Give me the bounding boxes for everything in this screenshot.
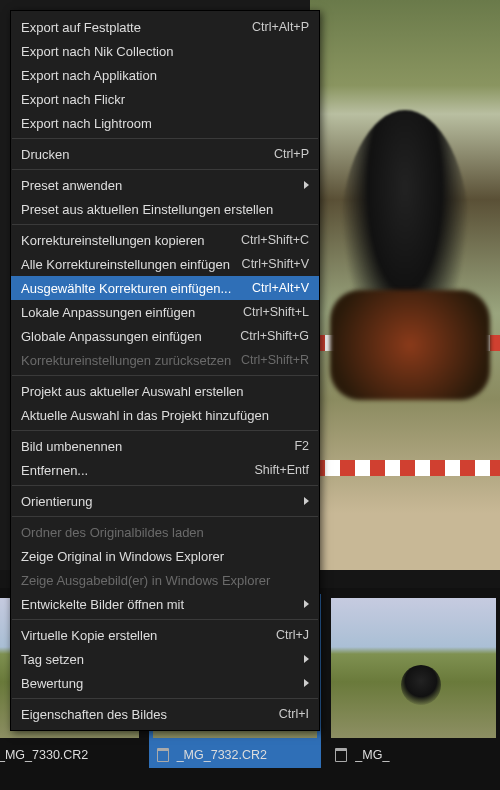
menu-separator	[12, 430, 318, 431]
menu-item[interactable]: Export auf FestplatteCtrl+Alt+P	[11, 15, 319, 39]
menu-item-label: Bewertung	[21, 676, 304, 691]
menu-item-shortcut: Ctrl+Shift+G	[240, 329, 309, 343]
menu-separator	[12, 485, 318, 486]
menu-item[interactable]: Aktuelle Auswahl in das Projekt hinzufüg…	[11, 403, 319, 427]
menu-separator	[12, 375, 318, 376]
menu-item[interactable]: Tag setzen	[11, 647, 319, 671]
menu-item[interactable]: Zeige Original in Windows Explorer	[11, 544, 319, 568]
menu-item-shortcut: F2	[294, 439, 309, 453]
menu-item[interactable]: Virtuelle Kopie erstellenCtrl+J	[11, 623, 319, 647]
chevron-right-icon	[304, 679, 309, 687]
menu-item-label: Export nach Nik Collection	[21, 44, 309, 59]
menu-item-label: Projekt aus aktueller Auswahl erstellen	[21, 384, 309, 399]
menu-item[interactable]: Globale Anpassungen einfügenCtrl+Shift+G	[11, 324, 319, 348]
menu-item-shortcut: Ctrl+Shift+C	[241, 233, 309, 247]
menu-item[interactable]: Export nach Flickr	[11, 87, 319, 111]
trash-icon[interactable]	[335, 748, 347, 762]
menu-item[interactable]: Preset anwenden	[11, 173, 319, 197]
thumbnail[interactable]: ★★★★★✦_MG_	[327, 594, 500, 768]
menu-separator	[12, 224, 318, 225]
menu-item-label: Bild umbenennen	[21, 439, 294, 454]
menu-item-label: Orientierung	[21, 494, 304, 509]
menu-item[interactable]: Ausgewählte Korrekturen einfügen...Ctrl+…	[11, 276, 319, 300]
thumbnail-caption: _MG_	[327, 742, 500, 768]
menu-item-label: Entwickelte Bilder öffnen mit	[21, 597, 304, 612]
menu-separator	[12, 698, 318, 699]
menu-item[interactable]: Orientierung	[11, 489, 319, 513]
menu-item: Ordner des Originalbildes laden	[11, 520, 319, 544]
menu-separator	[12, 138, 318, 139]
menu-item-shortcut: Ctrl+Shift+L	[243, 305, 309, 319]
menu-item-label: Export nach Flickr	[21, 92, 309, 107]
menu-item[interactable]: DruckenCtrl+P	[11, 142, 319, 166]
thumbnail-caption: _MG_7330.CR2	[0, 742, 143, 768]
menu-item-label: Export nach Lightroom	[21, 116, 309, 131]
menu-item-shortcut: Ctrl+P	[274, 147, 309, 161]
menu-item[interactable]: Export nach Applikation	[11, 63, 319, 87]
menu-item: Korrektureinstellungen zurücksetzenCtrl+…	[11, 348, 319, 372]
menu-item[interactable]: Projekt aus aktueller Auswahl erstellen	[11, 379, 319, 403]
menu-item[interactable]: Eigenschaften des BildesCtrl+I	[11, 702, 319, 726]
menu-item[interactable]: Lokale Anpassungen einfügenCtrl+Shift+L	[11, 300, 319, 324]
context-menu: Export auf FestplatteCtrl+Alt+PExport na…	[10, 10, 320, 731]
menu-item-label: Ordner des Originalbildes laden	[21, 525, 309, 540]
menu-item-label: Drucken	[21, 147, 274, 162]
menu-item[interactable]: Export nach Lightroom	[11, 111, 319, 135]
thumbnail-filename: _MG_7332.CR2	[177, 748, 267, 762]
menu-item-label: Zeige Original in Windows Explorer	[21, 549, 309, 564]
menu-item[interactable]: Korrektureinstellungen kopierenCtrl+Shif…	[11, 228, 319, 252]
trash-icon[interactable]	[157, 748, 169, 762]
menu-item-label: Aktuelle Auswahl in das Projekt hinzufüg…	[21, 408, 309, 423]
menu-item[interactable]: Alle Korrektureinstellungen einfügenCtrl…	[11, 252, 319, 276]
menu-item[interactable]: Bewertung	[11, 671, 319, 695]
preview-image	[310, 0, 500, 570]
menu-item: Zeige Ausgabebild(er) in Windows Explore…	[11, 568, 319, 592]
thumbnail-caption: _MG_7332.CR2	[149, 742, 322, 768]
menu-item[interactable]: Bild umbenennenF2	[11, 434, 319, 458]
chevron-right-icon	[304, 497, 309, 505]
menu-item-label: Preset anwenden	[21, 178, 304, 193]
menu-separator	[12, 619, 318, 620]
menu-item[interactable]: Entfernen...Shift+Entf	[11, 458, 319, 482]
menu-item-label: Tag setzen	[21, 652, 304, 667]
menu-item-shortcut: Ctrl+Shift+R	[241, 353, 309, 367]
menu-item-label: Virtuelle Kopie erstellen	[21, 628, 276, 643]
menu-item-label: Eigenschaften des Bildes	[21, 707, 279, 722]
menu-item[interactable]: Entwickelte Bilder öffnen mit	[11, 592, 319, 616]
menu-item-label: Export nach Applikation	[21, 68, 309, 83]
menu-item-shortcut: Shift+Entf	[254, 463, 309, 477]
menu-item-label: Preset aus aktuellen Einstellungen erste…	[21, 202, 309, 217]
menu-item-label: Ausgewählte Korrekturen einfügen...	[21, 281, 252, 296]
decoration-stripe	[310, 335, 500, 351]
menu-item-shortcut: Ctrl+Alt+V	[252, 281, 309, 295]
menu-item-label: Entfernen...	[21, 463, 254, 478]
menu-item[interactable]: Preset aus aktuellen Einstellungen erste…	[11, 197, 319, 221]
decoration-stripe	[310, 460, 500, 476]
thumbnail-image	[331, 598, 496, 738]
menu-item-shortcut: Ctrl+Shift+V	[242, 257, 309, 271]
menu-item[interactable]: Export nach Nik Collection	[11, 39, 319, 63]
menu-item-label: Globale Anpassungen einfügen	[21, 329, 240, 344]
chevron-right-icon	[304, 181, 309, 189]
thumbnail-filename: _MG_	[355, 748, 389, 762]
menu-item-shortcut: Ctrl+I	[279, 707, 309, 721]
menu-separator	[12, 516, 318, 517]
menu-item-label: Korrektureinstellungen kopieren	[21, 233, 241, 248]
menu-item-label: Lokale Anpassungen einfügen	[21, 305, 243, 320]
menu-item-label: Zeige Ausgabebild(er) in Windows Explore…	[21, 573, 309, 588]
menu-item-shortcut: Ctrl+Alt+P	[252, 20, 309, 34]
menu-item-label: Korrektureinstellungen zurücksetzen	[21, 353, 241, 368]
menu-item-label: Export auf Festplatte	[21, 20, 252, 35]
chevron-right-icon	[304, 600, 309, 608]
menu-item-shortcut: Ctrl+J	[276, 628, 309, 642]
thumbnail-filename: _MG_7330.CR2	[0, 748, 88, 762]
menu-item-label: Alle Korrektureinstellungen einfügen	[21, 257, 242, 272]
chevron-right-icon	[304, 655, 309, 663]
menu-separator	[12, 169, 318, 170]
